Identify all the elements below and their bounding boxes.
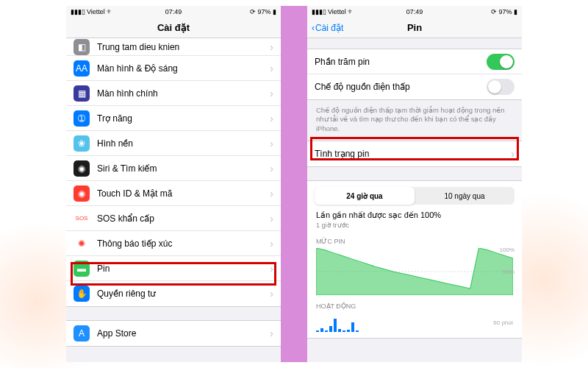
chevron-right-icon: › [270, 213, 273, 224]
settings-row-sos[interactable]: SOSSOS khẩn cấp› [66, 206, 281, 231]
settings-row-home-screen[interactable]: ▦Màn hình chính› [66, 81, 281, 106]
settings-row-accessibility[interactable]: ➀Trợ năng› [66, 106, 281, 131]
segment-24h[interactable]: 24 giờ qua [315, 187, 415, 205]
comparison-stage: ▮▮▮▯ Viettel ᯤ 07:49 ⟳ 97% ▮ Cài đặt ◧Tr… [66, 6, 522, 362]
toggle-low-power[interactable] [487, 79, 514, 95]
activity-bar [351, 322, 354, 332]
siri-icon: ◉ [74, 160, 90, 177]
activity-bar [316, 330, 319, 332]
control-center-icon: ◧ [74, 39, 90, 55]
row-label: Thông báo tiếp xúc [97, 238, 270, 249]
toggle-battery-percent[interactable] [487, 54, 514, 70]
wallpaper-icon: ❀ [74, 135, 90, 152]
chevron-right-icon: › [270, 188, 273, 199]
activity-bar [325, 330, 328, 332]
chevron-right-icon: › [270, 63, 273, 74]
chevron-right-icon: › [270, 41, 273, 53]
time-range-segment[interactable]: 24 giờ qua 10 ngày qua [315, 187, 514, 205]
activity-bar [320, 328, 323, 332]
battery-level-chart: 100% 50% [316, 248, 513, 295]
row-label: Phần trăm pin [315, 57, 487, 67]
activity-bar [356, 330, 359, 332]
row-label: Hình nền [97, 138, 270, 149]
back-button[interactable]: ‹Cài đặt [312, 23, 343, 33]
accessibility-icon: ➀ [74, 110, 90, 127]
clock-label: 07:49 [66, 8, 281, 15]
page-title: Cài đặt [157, 22, 190, 33]
status-bar: ▮▮▮▯ Viettel ᯤ 07:49 ⟳ 97% ▮ [66, 6, 281, 18]
settings-row-privacy[interactable]: ✋Quyền riêng tư› [66, 281, 281, 306]
settings-list[interactable]: ◧Trung tam dieu knien›AAMàn hình & Độ sá… [66, 38, 281, 347]
row-label: Trợ năng [97, 113, 270, 124]
low-power-note: Chế độ nguồn điện thấp tạm thời giảm hoạ… [307, 103, 522, 141]
back-label: Cài đặt [315, 23, 343, 33]
chevron-right-icon: › [270, 263, 273, 275]
row-label: Trung tam dieu knien [97, 42, 270, 52]
exposure-icon: ✺ [74, 236, 90, 252]
settings-row-exposure[interactable]: ✺Thông báo tiếp xúc› [66, 231, 281, 256]
clock-label: 07:49 [307, 8, 522, 15]
last-charge-time: 1 giờ trước [307, 222, 522, 233]
phone-battery: ▮▮▮▯ Viettel ᯤ 07:49 ⟳ 97% ▮ ‹Cài đặt Pi… [307, 6, 522, 362]
tick-100: 100% [500, 247, 514, 253]
activity-bar [343, 330, 345, 332]
usage-card: 24 giờ qua 10 ngày qua Lần gần nhất được… [307, 180, 522, 339]
settings-row-wallpaper[interactable]: ❀Hình nền› [66, 131, 281, 156]
settings-row-battery[interactable]: ▬Pin› [66, 256, 281, 281]
chevron-right-icon: › [270, 138, 273, 149]
activity-axis-label: 60 phút [493, 319, 513, 326]
activity-bar [329, 326, 332, 332]
row-label: Tình trạng pin [315, 149, 511, 159]
status-bar: ▮▮▮▯ Viettel ᯤ 07:49 ⟳ 97% ▮ [307, 6, 522, 18]
row-label: App Store [97, 328, 270, 339]
display-icon: AA [74, 60, 90, 77]
activity-title: HOẠT ĐỘNG [307, 298, 522, 311]
tick-50: 50% [503, 269, 514, 275]
appstore-icon: A [74, 325, 90, 342]
sos-icon: SOS [74, 210, 90, 227]
activity-bar [334, 319, 337, 332]
chevron-right-icon: › [270, 88, 273, 99]
touchid-icon: ◉ [74, 185, 90, 202]
row-battery-percent[interactable]: Phần trăm pin [307, 49, 522, 74]
last-charge-label: Lần gần nhất được sạc đến 100% [307, 209, 522, 222]
chart-title: MỨC PIN [307, 233, 522, 247]
home-screen-icon: ▦ [74, 85, 90, 102]
battery-toggle-group: Phần trăm pin Chế độ nguồn điện thấp [307, 49, 522, 100]
row-label: Chế độ nguồn điện thấp [315, 82, 487, 92]
chevron-right-icon: › [270, 328, 273, 339]
page-title: Pin [407, 22, 422, 33]
row-low-power[interactable]: Chế độ nguồn điện thấp [307, 74, 522, 99]
chevron-right-icon: › [270, 163, 273, 174]
row-label: Siri & Tìm kiếm [97, 163, 270, 174]
settings-row-touchid[interactable]: ◉Touch ID & Mật mã› [66, 181, 281, 206]
chevron-right-icon: › [270, 113, 273, 124]
activity-bar [338, 329, 341, 332]
chevron-right-icon: › [270, 288, 273, 300]
activity-chart: 60 phút [316, 313, 513, 332]
chevron-right-icon: › [511, 148, 514, 160]
settings-row-siri[interactable]: ◉Siri & Tìm kiếm› [66, 156, 281, 181]
settings-row-display[interactable]: AAMàn hình & Độ sáng› [66, 56, 281, 81]
chevron-right-icon: › [270, 238, 273, 250]
row-label: Pin [97, 263, 270, 274]
phone-settings: ▮▮▮▯ Viettel ᯤ 07:49 ⟳ 97% ▮ Cài đặt ◧Tr… [66, 6, 307, 362]
row-label: Màn hình chính [97, 88, 270, 99]
row-label: Quyền riêng tư [97, 289, 270, 299]
settings-row-control-center[interactable]: ◧Trung tam dieu knien› [66, 38, 281, 56]
settings-row-appstore[interactable]: AApp Store› [66, 321, 281, 346]
segment-10d[interactable]: 10 ngày qua [415, 187, 514, 205]
battery-icon: ▬ [74, 261, 90, 277]
navbar: Cài đặt [66, 18, 281, 38]
navbar: ‹Cài đặt Pin [307, 18, 522, 38]
activity-bar [347, 330, 350, 332]
privacy-icon: ✋ [74, 286, 90, 302]
battery-health-group: Tình trạng pin › [307, 141, 522, 167]
row-battery-health[interactable]: Tình trạng pin › [307, 141, 522, 166]
row-label: Màn hình & Độ sáng [97, 63, 270, 74]
row-label: Touch ID & Mật mã [97, 188, 270, 199]
chevron-left-icon: ‹ [312, 23, 315, 33]
row-label: SOS khẩn cấp [97, 213, 270, 224]
